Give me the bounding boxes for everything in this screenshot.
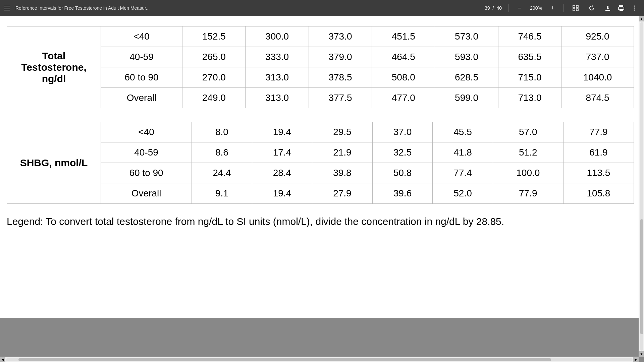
- data-cell: 715.0: [498, 67, 561, 88]
- data-cell: 9.1: [192, 183, 252, 204]
- data-cell: 373.0: [309, 26, 372, 47]
- scroll-right-button[interactable]: ▶: [633, 357, 639, 362]
- age-cell: <40: [101, 26, 182, 47]
- current-page[interactable]: 39: [485, 5, 490, 11]
- scroll-down-button[interactable]: ▼: [639, 351, 644, 357]
- data-cell: 464.5: [372, 47, 435, 67]
- data-cell: 874.5: [561, 88, 634, 108]
- age-cell: <40: [101, 122, 192, 142]
- row-header-shbg: SHBG, nmol/L: [7, 122, 101, 204]
- svg-rect-3: [576, 9, 578, 11]
- data-cell: 628.5: [435, 67, 498, 88]
- svg-rect-1: [576, 5, 578, 7]
- zoom-out-button[interactable]: −: [516, 3, 523, 13]
- download-button[interactable]: [602, 3, 613, 13]
- data-cell: 508.0: [372, 67, 435, 88]
- data-cell: 57.0: [493, 122, 563, 142]
- more-options-button[interactable]: [629, 3, 640, 13]
- data-cell: 21.9: [312, 142, 373, 163]
- shbg-table: SHBG, nmol/L <40 8.0 19.4 29.5 37.0 45.5…: [7, 122, 634, 204]
- table-row: Overall 249.0 313.0 377.5 477.0 599.0 71…: [7, 88, 634, 108]
- data-cell: 378.5: [309, 67, 372, 88]
- table-row: 60 to 90 24.4 28.4 39.8 50.8 77.4 100.0 …: [7, 163, 634, 183]
- svg-rect-8: [620, 9, 623, 11]
- age-cell: 40-59: [101, 142, 192, 163]
- rotate-button[interactable]: [586, 3, 597, 13]
- age-cell: Overall: [101, 88, 182, 108]
- data-cell: 45.5: [433, 122, 493, 142]
- data-cell: 1040.0: [561, 67, 634, 88]
- scroll-up-button[interactable]: ▲: [639, 16, 644, 21]
- data-cell: 599.0: [435, 88, 498, 108]
- menu-icon[interactable]: [4, 6, 10, 10]
- data-cell: 270.0: [182, 67, 246, 88]
- table-row: Total Testosterone, ng/dl <40 152.5 300.…: [7, 26, 634, 47]
- h-scroll-thumb[interactable]: [18, 358, 551, 361]
- data-cell: 265.0: [182, 47, 246, 67]
- data-cell: 451.5: [372, 26, 435, 47]
- age-cell: Overall: [101, 183, 192, 204]
- toolbar-right-actions: [602, 3, 640, 13]
- svg-point-10: [634, 6, 635, 7]
- data-cell: 737.0: [561, 47, 634, 67]
- data-cell: 29.5: [312, 122, 373, 142]
- svg-rect-2: [573, 9, 575, 11]
- document-title: Reference Intervals for Free Testosteron…: [15, 5, 479, 11]
- svg-point-11: [634, 8, 635, 9]
- pdf-page: Total Testosterone, ng/dl <40 152.5 300.…: [0, 16, 644, 318]
- page-area: Total Testosterone, ng/dl <40 152.5 300.…: [0, 16, 644, 362]
- data-cell: 379.0: [309, 47, 372, 67]
- row-header-total-testosterone: Total Testosterone, ng/dl: [7, 26, 101, 108]
- age-cell: 60 to 90: [101, 163, 192, 183]
- data-cell: 39.6: [372, 183, 433, 204]
- data-cell: 51.2: [493, 142, 563, 163]
- page-navigation: 39 / 40: [485, 5, 502, 11]
- svg-rect-5: [605, 10, 610, 11]
- svg-marker-4: [592, 5, 593, 7]
- data-cell: 477.0: [372, 88, 435, 108]
- table-row: SHBG, nmol/L <40 8.0 19.4 29.5 37.0 45.5…: [7, 122, 634, 142]
- data-cell: 100.0: [493, 163, 563, 183]
- scroll-track[interactable]: [640, 22, 643, 351]
- total-testosterone-table: Total Testosterone, ng/dl <40 152.5 300.…: [7, 26, 634, 108]
- legend-text: Legend: To convert total testosterone fr…: [7, 204, 634, 232]
- data-cell: 50.8: [372, 163, 433, 183]
- data-cell: 377.5: [309, 88, 372, 108]
- fit-page-button[interactable]: [570, 3, 581, 13]
- data-cell: 17.4: [252, 142, 312, 163]
- h-scroll-track[interactable]: [6, 358, 633, 361]
- data-cell: 313.0: [246, 67, 309, 88]
- data-cell: 333.0: [246, 47, 309, 67]
- data-cell: 19.4: [252, 122, 312, 142]
- vertical-scrollbar[interactable]: ▲ ▼: [639, 16, 644, 357]
- data-cell: 8.6: [192, 142, 252, 163]
- total-pages: 40: [496, 5, 502, 11]
- data-cell: 27.9: [312, 183, 373, 204]
- horizontal-scrollbar[interactable]: ◀ ▶: [0, 357, 639, 362]
- svg-rect-9: [623, 8, 623, 8]
- zoom-in-button[interactable]: +: [549, 3, 556, 13]
- data-cell: 635.5: [498, 47, 561, 67]
- data-cell: 52.0: [433, 183, 493, 204]
- data-cell: 593.0: [435, 47, 498, 67]
- data-cell: 77.9: [493, 183, 563, 204]
- data-cell: 39.8: [312, 163, 373, 183]
- data-cell: 746.5: [498, 26, 561, 47]
- content-area: Total Testosterone, ng/dl <40 152.5 300.…: [0, 16, 644, 362]
- data-cell: 37.0: [372, 122, 433, 142]
- data-cell: 300.0: [246, 26, 309, 47]
- age-cell: 40-59: [101, 47, 182, 67]
- table-spacer: [7, 108, 634, 122]
- data-cell: 61.9: [563, 142, 634, 163]
- data-cell: 8.0: [192, 122, 252, 142]
- toolbar: Reference Intervals for Free Testosteron…: [0, 0, 644, 16]
- data-cell: 24.4: [192, 163, 252, 183]
- data-cell: 573.0: [435, 26, 498, 47]
- data-cell: 19.4: [252, 183, 312, 204]
- print-button[interactable]: [616, 3, 627, 13]
- scroll-thumb[interactable]: [640, 219, 643, 334]
- data-cell: 105.8: [563, 183, 634, 204]
- divider-1: [508, 4, 509, 12]
- scroll-left-button[interactable]: ◀: [0, 357, 5, 362]
- divider-2: [563, 4, 564, 12]
